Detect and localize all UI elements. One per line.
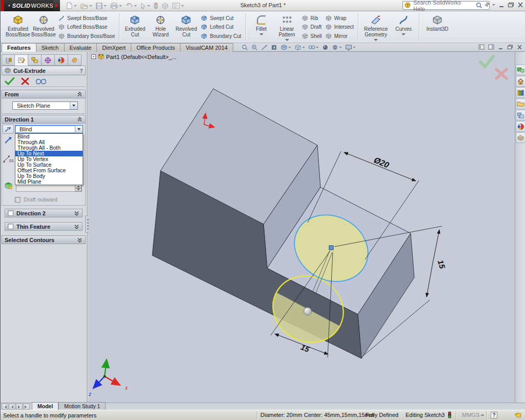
tag-icon[interactable] xyxy=(514,412,521,419)
selected-contours-group-header[interactable]: Selected Contours xyxy=(2,235,86,244)
configurationmanager-tab[interactable] xyxy=(28,54,42,66)
appearances-scenes-button[interactable] xyxy=(516,121,525,132)
view-palette-button[interactable] xyxy=(516,110,525,121)
model-scene[interactable]: Ø20 15 15 x z xyxy=(89,52,515,403)
end-condition-dropdown[interactable]: Blind xyxy=(15,125,83,133)
tab-visualcam[interactable]: VisualCAM 2014 xyxy=(180,43,233,52)
view-settings-icon[interactable] xyxy=(345,44,356,51)
dock-right-button[interactable] xyxy=(488,44,494,50)
linear-pattern-button[interactable]: Linear Pattern xyxy=(275,12,299,42)
depth-drag-handle[interactable] xyxy=(304,308,312,315)
lofted-boss-base-button[interactable]: Lofted Boss/Base xyxy=(58,23,115,31)
swept-boss-base-button[interactable]: Swept Boss/Base xyxy=(58,14,115,22)
shell-button[interactable]: Shell xyxy=(301,32,322,40)
thin-feature-checkbox[interactable] xyxy=(8,224,13,229)
pm-preview-button[interactable] xyxy=(35,77,47,85)
design-library-button[interactable] xyxy=(516,87,525,98)
option-mid-plane[interactable]: Mid Plane xyxy=(15,179,83,185)
reference-geometry-button[interactable]: Reference Geometry xyxy=(361,12,390,42)
option-up-to-vertex[interactable]: Up To Vertex xyxy=(15,156,83,162)
restore-button[interactable] xyxy=(508,2,514,8)
zoom-to-fit-icon[interactable] xyxy=(241,44,248,51)
intersect-button[interactable]: Intersect xyxy=(325,23,354,31)
part-root-label[interactable]: Part1 (Default<<Default>_... xyxy=(106,54,176,60)
option-through-all-both[interactable]: Through All - Both xyxy=(15,145,83,151)
confirm-ok-icon[interactable] xyxy=(480,56,493,67)
hide-show-items-icon[interactable] xyxy=(322,44,329,51)
fillet-caret[interactable] xyxy=(259,33,264,35)
help-button[interactable]: ? xyxy=(486,2,489,8)
fillet-button[interactable]: Fillet xyxy=(249,12,274,42)
circle-center-point[interactable] xyxy=(329,246,333,250)
thin-feature-group-header[interactable]: Thin Feature xyxy=(5,222,83,231)
option-blind[interactable]: Blind xyxy=(15,134,83,139)
help-search-input[interactable]: ? Search SolidWorks Help xyxy=(402,1,490,10)
solidworks-forum-button[interactable] xyxy=(516,65,525,75)
draft-button[interactable]: Draft xyxy=(301,23,322,31)
pm-ok-button[interactable] xyxy=(5,77,15,85)
option-up-to-next[interactable]: Up To Next xyxy=(15,151,83,156)
scroll-first-button[interactable] xyxy=(2,404,8,410)
minimize-button[interactable] xyxy=(498,2,504,8)
display-style-icon[interactable] xyxy=(308,44,319,51)
file-explorer-button[interactable] xyxy=(516,98,525,109)
apply-scene-icon[interactable] xyxy=(332,44,342,51)
zoom-to-area-icon[interactable] xyxy=(251,44,258,51)
dimxpertmanager-tab[interactable] xyxy=(42,54,55,66)
custom-properties-button[interactable] xyxy=(516,132,525,143)
units-caret-icon[interactable] xyxy=(480,414,484,416)
tab-features[interactable]: Features xyxy=(2,43,36,52)
draft-outward-checkbox[interactable] xyxy=(15,197,21,203)
reverse-direction-button[interactable] xyxy=(3,125,14,134)
from-condition-dropdown[interactable]: Sketch Plane xyxy=(12,102,78,110)
depth-spinner[interactable] xyxy=(16,184,82,192)
scroll-prev-button[interactable] xyxy=(9,404,15,410)
tab-sketch[interactable]: Sketch xyxy=(36,43,65,52)
motion-study-tab[interactable]: Motion Study 1 xyxy=(58,402,106,410)
revolved-boss-base-button[interactable]: Revolved Boss/Base xyxy=(31,12,56,42)
graphics-viewport[interactable]: Ø20 15 15 x z xyxy=(89,52,515,403)
extruded-boss-base-button[interactable]: Extruded Boss/Base xyxy=(6,12,30,42)
reference-geometry-caret[interactable] xyxy=(374,39,378,41)
model-tab[interactable]: Model xyxy=(32,402,58,410)
magnified-selection-icon[interactable] xyxy=(261,44,268,51)
scroll-last-button[interactable] xyxy=(23,404,30,410)
pm-cancel-button[interactable] xyxy=(21,77,29,85)
custom-pane-tab[interactable] xyxy=(68,54,82,66)
linear-pattern-caret[interactable] xyxy=(285,39,289,41)
boundary-boss-base-button[interactable]: Boundary Boss/Base xyxy=(58,32,115,40)
wrap-button[interactable]: Wrap xyxy=(325,14,354,22)
option-up-to-surface[interactable]: Up To Surface xyxy=(15,162,83,168)
direction1-group-header[interactable]: Direction 1 xyxy=(2,115,86,124)
option-up-to-body[interactable]: Up To Body xyxy=(15,173,83,179)
close-button[interactable] xyxy=(517,2,523,8)
doc-close-button[interactable] xyxy=(517,45,522,50)
section-view-icon[interactable] xyxy=(280,44,291,51)
boundary-cut-button[interactable]: Boundary Cut xyxy=(200,32,241,40)
solidworks-resources-button[interactable] xyxy=(516,76,525,87)
scroll-next-button[interactable] xyxy=(16,404,23,410)
confirm-cancel-icon[interactable] xyxy=(496,69,507,78)
instant3d-button[interactable]: Instant3D xyxy=(422,12,452,42)
doc-restore-button[interactable] xyxy=(507,45,513,50)
extruded-cut-button[interactable]: Extruded Cut xyxy=(123,12,147,42)
revolved-cut-button[interactable]: Revolved Cut xyxy=(174,12,198,42)
propertymanager-tab[interactable] xyxy=(15,54,28,66)
tab-office-products[interactable]: Office Products xyxy=(131,43,180,52)
from-group-header[interactable]: From xyxy=(2,90,86,98)
quick-tips-button[interactable]: ? xyxy=(491,412,497,419)
pm-help-icon[interactable]: ? xyxy=(79,68,83,74)
mirror-button[interactable]: Mirror xyxy=(325,32,354,40)
dock-left-button[interactable] xyxy=(478,44,484,50)
swept-cut-button[interactable]: Swept Cut xyxy=(200,14,241,22)
featuremanager-tree-tab[interactable] xyxy=(2,54,15,66)
hole-wizard-button[interactable]: Hole Wizard xyxy=(148,12,173,42)
direction2-group-header[interactable]: Direction 2 xyxy=(5,209,83,217)
help-caret[interactable] xyxy=(492,4,495,6)
doc-minimize-button[interactable] xyxy=(498,45,503,50)
units-selector[interactable]: MMGS xyxy=(462,412,479,418)
option-through-all[interactable]: Through All xyxy=(15,139,83,145)
direction2-checkbox[interactable] xyxy=(8,210,13,216)
option-offset-from-surface[interactable]: Offset From Surface xyxy=(15,168,83,173)
search-icon[interactable] xyxy=(476,2,482,9)
